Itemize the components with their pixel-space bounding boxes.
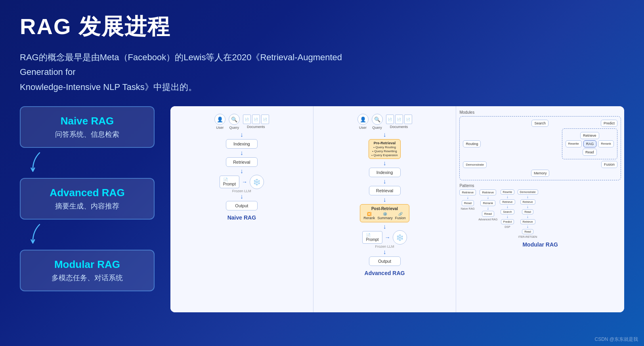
adv-query-icon: 🔍 Query [372, 114, 383, 130]
naive-arrow4: ↓ [240, 193, 243, 200]
naive-arrow3: ↓ [240, 168, 243, 174]
naive-rag-box: Naive RAG 问答系统、信息检索 [20, 106, 155, 148]
adv-post-retrieval: Post-Retrieval 🔀Rerank ⚙️Summary 🔗Fusion [360, 204, 409, 222]
adv-retrieval: Retrieval [369, 186, 401, 195]
advanced-rag-title: Advanced RAG [32, 187, 142, 199]
advanced-rag-box: Advanced RAG 摘要生成、内容推荐 [20, 178, 155, 220]
pattern-iter-retgen: Demonstrate ↓ Retrieve ↓ Read ↓ Retrieve… [518, 189, 538, 238]
adv-pre-retrieval: Pre-Retrieval • Query Routing• Query Rew… [369, 139, 400, 159]
naive-rag-subtitle: 问答系统、信息检索 [32, 130, 142, 139]
mod-fusion: Fusion [601, 161, 617, 168]
adv-frozen-row: 📄Prompt → ❄️ [362, 230, 407, 245]
pattern-naive: Retrieve ↓ Read Naive RAG [459, 189, 476, 238]
adv-top-icons: 👤 User 🔍 Query 📄 📄 📄 [357, 114, 412, 130]
modular-rag-box: Modular RAG 多模态任务、对话系统 [20, 250, 155, 291]
watermark: CSDN @东东就是我 [594, 336, 638, 343]
advanced-label: Advanced RAG [365, 270, 405, 276]
adv-user-icon: 👤 User [357, 114, 369, 130]
naive-retrieval: Retrieval [226, 157, 258, 167]
intro-text: RAG的概念最早是由Meta（Facebook）的Lewis等人在2020《Re… [20, 50, 376, 94]
main-container: RAG 发展进程 RAG的概念最早是由Meta（Facebook）的Lewis等… [0, 0, 644, 346]
mod-rag: RAG [583, 140, 597, 147]
advanced-rag-subtitle: 摘要生成、内容推荐 [32, 201, 142, 211]
pattern-advanced: Retrieve ↓ Rerank ↓ Read Advanced RAG [478, 189, 497, 238]
left-panel: Naive RAG 问答系统、信息检索 Advanced RAG 摘要生成、内容… [20, 106, 155, 291]
modules-box: Search Predict Routing Retrieve Rewrite [459, 116, 621, 180]
mod-rerank: Rerank [598, 140, 614, 147]
modular-rag-title: Modular RAG [32, 258, 142, 271]
naive-top-icons: 👤 User 🔍 Query 📄 📄 📄 [214, 114, 269, 130]
mod-retrieve: Retrieve [580, 132, 599, 139]
diagram-container: 👤 User 🔍 Query 📄 📄 📄 [170, 106, 624, 312]
adv-docs-icon: 📄 📄 📄 Documents [386, 115, 412, 129]
mod-memory: Memory [531, 170, 550, 177]
naive-query-icon: 🔍 Query [229, 114, 240, 130]
naive-rag-section: 👤 User 🔍 Query 📄 📄 📄 [170, 106, 313, 312]
naive-frozen-row: 📄Prompt → ❄️ [220, 175, 264, 189]
mod-routing: Routing [463, 140, 481, 147]
pattern-dsp: Rewrite ↓ Retrieve ↓ Search ↓ Predict DS… [500, 189, 515, 238]
mod-predict: Predict [601, 120, 617, 127]
naive-arrow1: ↓ [240, 132, 243, 138]
naive-llm: ❄️ [250, 175, 264, 189]
naive-rag-title: Naive RAG [32, 115, 142, 127]
naive-user-icon: 👤 User [214, 114, 225, 130]
mod-rewrite: Rewrite [566, 140, 582, 147]
modular-rag-section: Modules Search Predict Routing [456, 106, 624, 312]
adv-output: Output [369, 256, 401, 266]
naive-prompt: 📄Prompt [220, 176, 239, 188]
naive-label: Naive RAG [227, 214, 256, 221]
modular-label: Modular RAG [522, 241, 558, 248]
patterns-title: Patterns [459, 184, 474, 188]
mod-demonstrate: Demonstrate [463, 161, 487, 168]
naive-output: Output [226, 201, 258, 210]
adv-llm: ❄️ [393, 230, 407, 245]
naive-indexing: Indexing [226, 139, 258, 149]
arrow-naive-to-advanced [20, 151, 155, 175]
patterns-container: Retrieve ↓ Read Naive RAG Retrieve ↓ Rer… [459, 189, 621, 238]
adv-indexing: Indexing [369, 168, 401, 177]
advanced-rag-section: 👤 User 🔍 Query 📄 📄 📄 [313, 106, 457, 312]
inner-dashed-box: Retrieve Rewrite RAG Rerank Read [562, 128, 617, 159]
modular-rag-subtitle: 多模态任务、对话系统 [32, 273, 142, 283]
arrow-advanced-to-modular [20, 223, 155, 247]
page-title: RAG 发展进程 [20, 12, 624, 42]
modules-title: Modules [459, 110, 474, 115]
adv-prompt: 📄Prompt [362, 231, 382, 244]
mod-search: Search [531, 120, 548, 127]
naive-docs-icon: 📄 📄 📄 Documents [243, 115, 269, 129]
mod-read: Read [583, 149, 597, 156]
right-panel: 👤 User 🔍 Query 📄 📄 📄 [170, 106, 624, 312]
naive-arrow2: ↓ [240, 150, 243, 156]
adv-arrow1: ↓ [383, 132, 386, 138]
content-area: Naive RAG 问答系统、信息检索 Advanced RAG 摘要生成、内容… [20, 106, 624, 312]
